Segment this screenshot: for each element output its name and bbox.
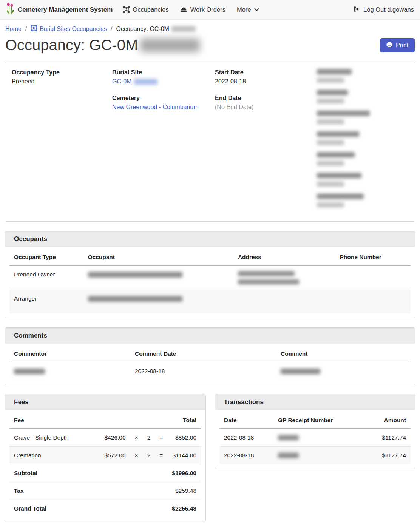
- transaction-amount-cell: $1127.74: [357, 446, 411, 464]
- hard-hat-icon: [180, 7, 187, 13]
- navbar: Cemetery Management System Occupancies: [0, 0, 420, 20]
- transaction-date-cell: 2022-08-18: [219, 446, 273, 464]
- nav-occupancies-label: Occupancies: [133, 6, 168, 13]
- occupant-address-cell: [233, 290, 335, 313]
- fees-card: Fees Fee Total Grave - Single Depth $426…: [5, 394, 206, 522]
- occupancy-type-value: Preneed: [12, 78, 112, 85]
- nav-work-orders-label: Work Orders: [190, 6, 225, 13]
- occupancy-plot-icon-blue: [31, 25, 37, 33]
- cemetery-link[interactable]: New Greenwood - Columbarium: [112, 104, 199, 110]
- transaction-row: 2022-08-18 $1127.74: [219, 446, 411, 464]
- occupant-row: Arranger: [9, 290, 411, 313]
- fee-row: Cremation $572.00 × 2 = $1144.00: [9, 446, 201, 464]
- nav-more[interactable]: More: [237, 6, 259, 13]
- occupancy-details-card: Occupancy Type Preneed Burial Site GC-0M…: [5, 62, 415, 222]
- col-occupant: Occupant: [83, 248, 233, 265]
- grand-total-value: $2255.48: [167, 500, 201, 517]
- redacted-text: [134, 79, 158, 85]
- breadcrumb-home[interactable]: Home: [5, 26, 22, 32]
- redacted-field: [317, 69, 408, 83]
- redacted-field: [317, 90, 408, 103]
- burial-site-label: Burial Site: [112, 69, 215, 76]
- fee-qty-cell: 2: [143, 446, 155, 464]
- fees-table: Fee Total Grave - Single Depth $426.00 ×…: [9, 412, 201, 517]
- transaction-date-cell: 2022-08-18: [219, 429, 273, 447]
- occupant-address-cell: [233, 265, 335, 290]
- subtotal-row: Subtotal $1996.00: [9, 464, 201, 482]
- redacted-text: [171, 26, 196, 32]
- transactions-table: Date GP Receipt Number Amount 2022-08-18…: [219, 412, 411, 464]
- subtotal-label: Subtotal: [9, 464, 167, 482]
- app-title: Cemetery Management System: [18, 6, 113, 14]
- fee-equals-cell: =: [155, 446, 167, 464]
- sign-out-icon: [353, 6, 360, 14]
- occupant-phone-cell: [335, 265, 411, 290]
- burial-site-text: GC-0M: [112, 78, 132, 85]
- redacted-field: [317, 194, 408, 207]
- breadcrumb-occupancies[interactable]: Burial Sites Occupancies: [31, 25, 107, 33]
- comment-row: 2022-08-18: [9, 362, 411, 380]
- grand-total-row: Grand Total $2255.48: [9, 500, 201, 517]
- breadcrumb-separator: /: [25, 26, 27, 32]
- occupant-type-cell: Arranger: [9, 290, 83, 313]
- details-col-3: Start Date 2022-08-18 End Date (No End D…: [215, 69, 317, 214]
- page-title-text: Occupancy: GC-0M: [5, 37, 138, 54]
- redacted-text: [140, 39, 200, 52]
- comment-cell: [276, 362, 411, 380]
- transactions-title: Transactions: [215, 394, 415, 410]
- nav-work-orders[interactable]: Work Orders: [180, 6, 225, 13]
- start-date-label: Start Date: [215, 69, 317, 76]
- transaction-receipt-cell: [273, 446, 357, 464]
- occupant-name-cell: [83, 290, 233, 313]
- end-date-label: End Date: [215, 95, 317, 102]
- fee-qty-cell: 2: [143, 429, 155, 447]
- print-button-label: Print: [396, 42, 408, 49]
- nav-more-label: More: [237, 6, 251, 13]
- occupancy-plot-icon: [123, 6, 130, 13]
- transaction-receipt-cell: [273, 429, 357, 447]
- page-title: Occupancy: GC-0M: [5, 37, 200, 54]
- comments-card: Comments Commentor Comment Date Comment …: [5, 327, 415, 385]
- breadcrumb-current: Occupancy: GC-0M: [116, 26, 195, 32]
- logout-button[interactable]: Log Out d.gowans: [353, 6, 414, 14]
- occupant-phone-cell: [335, 290, 411, 313]
- fee-times-cell: ×: [130, 429, 143, 447]
- fee-price-cell: $572.00: [100, 446, 130, 464]
- redacted-field: [317, 152, 408, 166]
- start-date-value: 2022-08-18: [215, 78, 317, 85]
- brand: Cemetery Management System: [6, 3, 113, 17]
- breadcrumb-separator: /: [111, 26, 112, 32]
- col-amount: Amount: [357, 412, 411, 429]
- redacted-field: [317, 111, 408, 124]
- occupants-table: Occupant Type Occupant Address Phone Num…: [9, 248, 411, 313]
- occupants-title: Occupants: [5, 231, 415, 247]
- transactions-card: Transactions Date GP Receipt Number Amou…: [215, 394, 415, 469]
- col-phone-number: Phone Number: [335, 248, 411, 265]
- print-button[interactable]: Print: [380, 38, 415, 52]
- fee-total-cell: $1144.00: [167, 446, 201, 464]
- nav-occupancies[interactable]: Occupancies: [123, 6, 168, 13]
- transaction-amount-cell: $1127.74: [357, 429, 411, 447]
- end-date-value: (No End Date): [215, 104, 317, 111]
- redacted-field: [317, 131, 408, 145]
- breadcrumb-current-label: Occupancy: GC-0M: [116, 26, 169, 32]
- col-date: Date: [219, 412, 273, 429]
- comments-table: Commentor Comment Date Comment 2022-08-1…: [9, 345, 411, 380]
- cemetery-text: New Greenwood - Columbarium: [112, 104, 199, 110]
- breadcrumb: Home / Burial Sites Occupancies / Occupa…: [0, 20, 420, 33]
- commentor-cell: [9, 362, 130, 380]
- tax-row: Tax $259.48: [9, 482, 201, 500]
- transaction-row: 2022-08-18 $1127.74: [219, 429, 411, 447]
- comments-title: Comments: [5, 328, 415, 344]
- fee-price-cell: $426.00: [100, 429, 130, 447]
- fee-total-cell: $852.00: [167, 429, 201, 447]
- burial-site-link[interactable]: GC-0M: [112, 78, 132, 85]
- redacted-field: [317, 173, 408, 187]
- occupancy-type-label: Occupancy Type: [12, 69, 112, 76]
- nav-items: Occupancies Work Orders More: [123, 6, 353, 13]
- breadcrumb-home-label: Home: [5, 26, 22, 32]
- tulip-logo-icon: [6, 3, 14, 17]
- details-col-4-redacted: [317, 69, 408, 214]
- fees-title: Fees: [5, 394, 205, 410]
- occupant-row: Preneed Owner: [9, 265, 411, 290]
